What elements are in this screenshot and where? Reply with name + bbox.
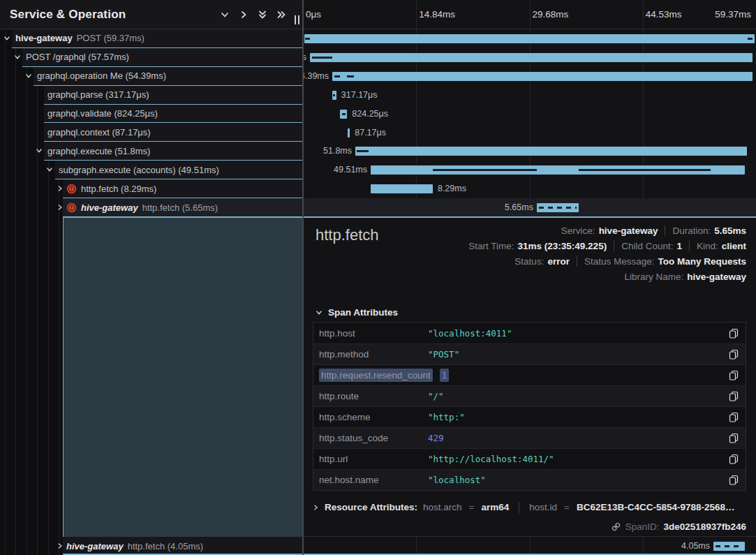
- attribute-value: "http://localhost:4011/": [428, 454, 554, 464]
- span-duration-label: 317.17μs: [341, 90, 378, 100]
- span-label: graphql.execute (51.8ms): [47, 146, 150, 156]
- resource-key: host.id: [529, 502, 557, 512]
- copy-button[interactable]: [729, 349, 739, 360]
- span-attributes-header[interactable]: Span Attributes: [316, 307, 398, 318]
- error-icon: [66, 202, 77, 213]
- chevron-down-icon[interactable]: [36, 147, 43, 154]
- copy-button[interactable]: [729, 328, 739, 339]
- expand-all-icon[interactable]: [276, 10, 286, 20]
- copy-button[interactable]: [729, 454, 739, 464]
- chevron-down-icon: [316, 309, 323, 316]
- attribute-row: http.url"http://localhost:4011/": [313, 448, 746, 469]
- span-bar[interactable]: [304, 34, 755, 43]
- selected-span-top-line: [63, 216, 756, 218]
- span-bar[interactable]: [537, 203, 579, 212]
- tree-row[interactable]: graphql.validate (824.25μs): [0, 105, 303, 124]
- equals-sign: =: [563, 502, 571, 512]
- expand-one-icon[interactable]: [239, 10, 249, 20]
- tree-row[interactable]: graphql.operation Me (54.39ms): [0, 67, 303, 86]
- meta-label: Child Count:: [621, 241, 673, 251]
- attribute-key: http.status_code: [319, 433, 421, 443]
- collapse-one-icon[interactable]: [220, 10, 230, 20]
- tree-row[interactable]: graphql.context (87.17μs): [0, 124, 303, 142]
- attribute-value: 429: [428, 433, 444, 443]
- span-bar[interactable]: [340, 110, 347, 119]
- attribute-row: net.host.name"localhost": [313, 469, 746, 490]
- tree-row[interactable]: subgraph.execute (accounts) (49.51ms): [0, 161, 303, 179]
- tree-row-selected[interactable]: hive-gateway http.fetch (5.65ms): [0, 198, 303, 217]
- panel-divider[interactable]: [302, 0, 304, 555]
- attribute-value: "localhost:4011": [428, 328, 512, 339]
- link-icon[interactable]: [611, 521, 621, 532]
- span-label: POST (59.37ms): [77, 33, 144, 43]
- attribute-key: net.host.name: [319, 475, 421, 485]
- timeline-row: 87.17μs: [303, 124, 756, 142]
- selected-span-expansion: [63, 217, 303, 537]
- attribute-value: "localhost": [428, 475, 486, 485]
- spanid-label: SpanID:: [625, 521, 660, 532]
- attribute-row: http.scheme"http:": [313, 406, 746, 427]
- timeline-header: 0μs 14.84ms 29.68ms 44.53ms 59.37ms: [303, 0, 756, 29]
- chevron-down-icon[interactable]: [25, 73, 32, 80]
- span-bar[interactable]: [332, 91, 336, 100]
- attribute-row: http.method"POST": [313, 343, 746, 364]
- span-detail-meta: Service:hive-gateway Duration:5.65ms Sta…: [468, 223, 746, 284]
- chevron-down-icon[interactable]: [3, 35, 10, 42]
- meta-value: 31ms (23:35:49.225): [518, 241, 607, 251]
- span-bar[interactable]: [713, 542, 745, 551]
- collapse-all-icon[interactable]: [258, 10, 267, 20]
- tick-label: 59.37ms: [715, 9, 751, 20]
- attribute-key: http.scheme: [319, 412, 421, 422]
- attribute-row-selected: http.request.resend_count1: [313, 364, 746, 385]
- span-label: graphql.context (87.17μs): [47, 127, 151, 138]
- span-duration-label: 54.39ms: [303, 71, 329, 81]
- span-bar[interactable]: [348, 128, 350, 138]
- span-bar[interactable]: [371, 184, 433, 193]
- attribute-value: "/": [428, 391, 444, 401]
- meta-value: hive-gateway: [687, 272, 746, 282]
- attribute-row: http.route"/": [313, 385, 746, 406]
- tree-row[interactable]: POST /graphql (57.57ms): [0, 48, 303, 67]
- span-bar[interactable]: [355, 147, 747, 156]
- tree-header: Service & Operation: [0, 0, 303, 29]
- copy-button[interactable]: [729, 475, 739, 485]
- resource-key: host.arch: [423, 502, 462, 512]
- span-bar[interactable]: [310, 53, 753, 62]
- attribute-key: http.host: [319, 328, 421, 339]
- tick-label: 14.84ms: [419, 9, 455, 20]
- span-duration-label: 4.05ms: [681, 541, 710, 551]
- tree-row[interactable]: hive-gatewayPOST (59.37ms): [0, 29, 303, 48]
- span-bar[interactable]: [371, 165, 745, 175]
- timeline-row: [303, 29, 756, 48]
- resource-attributes-title: Resource Attributes:: [325, 502, 417, 512]
- tree-row[interactable]: http.fetch (8.29ms): [0, 179, 303, 198]
- copy-button[interactable]: [729, 412, 739, 422]
- spanid-value: 3de02518937fb246: [663, 521, 746, 532]
- tree-row[interactable]: hive-gateway http.fetch (4.05ms): [0, 537, 303, 555]
- meta-value: 5.65ms: [714, 225, 746, 236]
- tick-label: 44.53ms: [646, 9, 682, 20]
- meta-value: client: [722, 241, 746, 251]
- timeline-row-selected: 5.65ms: [303, 198, 756, 217]
- span-label: graphql.parse (317.17μs): [47, 89, 149, 100]
- copy-button[interactable]: [729, 391, 739, 401]
- copy-button[interactable]: [729, 433, 739, 443]
- copy-button[interactable]: [729, 370, 739, 380]
- timeline-row: 51.8ms: [303, 142, 756, 161]
- panel-resize-handle[interactable]: [295, 15, 299, 24]
- span-label: POST /graphql (57.57ms): [26, 52, 129, 62]
- span-tree-panel: Service & Operation hive-gatewayPOST (59…: [0, 0, 303, 555]
- resource-attributes-row[interactable]: Resource Attributes: host.arch=arm64 hos…: [313, 497, 746, 517]
- timeline-row: 54.39ms: [303, 67, 756, 86]
- tree-row[interactable]: graphql.parse (317.17μs): [0, 86, 303, 105]
- chevron-down-icon[interactable]: [14, 54, 21, 61]
- span-bar[interactable]: [332, 72, 753, 81]
- tree-row[interactable]: graphql.execute (51.8ms): [0, 142, 303, 161]
- attribute-value: "POST": [428, 349, 459, 360]
- error-icon: [66, 184, 77, 194]
- meta-label: Status Message:: [584, 256, 655, 267]
- span-label: http.fetch (8.29ms): [81, 184, 156, 194]
- resource-value: arm64: [481, 502, 509, 512]
- chevron-down-icon[interactable]: [46, 166, 53, 173]
- meta-label: Duration:: [672, 225, 711, 236]
